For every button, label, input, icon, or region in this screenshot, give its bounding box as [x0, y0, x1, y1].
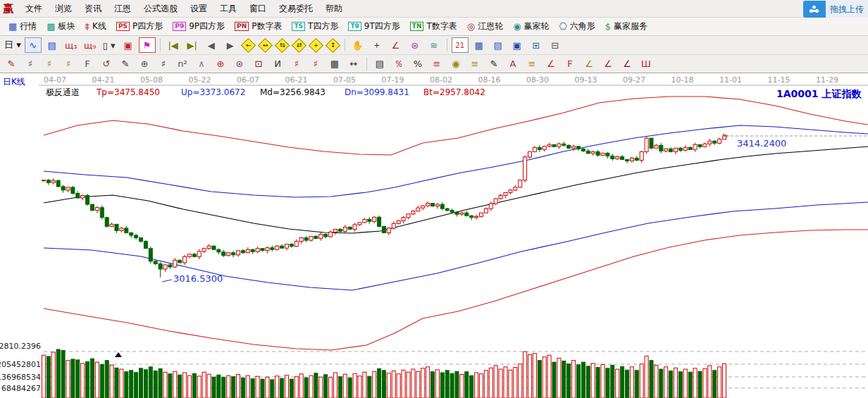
draw-gold-gann-tool[interactable]: ♯	[41, 56, 58, 72]
view-memo-icon[interactable]: ▤	[490, 37, 507, 53]
view-first-bar-button[interactable]: |◀	[165, 37, 182, 53]
draw-mirror-tool[interactable]: ∧	[193, 56, 210, 72]
draw-red-target-tool[interactable]: ⊕	[212, 56, 229, 72]
view-next-bar-button[interactable]: ▶	[222, 37, 239, 53]
menu-item-file[interactable]: 文件	[19, 1, 49, 15]
menu-item-settings[interactable]: 设置	[184, 1, 213, 15]
draw-grid-tool[interactable]: ♯	[155, 56, 172, 72]
draw-angle-f-tool[interactable]: F	[562, 56, 578, 72]
view-cross-diamond[interactable]: ＋	[309, 37, 323, 52]
module-sectors[interactable]: ▩板块	[42, 19, 79, 34]
volume-bar	[61, 351, 65, 398]
volume-bar	[217, 375, 221, 398]
draw-speed-angle-tool[interactable]: ∠	[600, 56, 616, 72]
candle-body	[557, 144, 561, 147]
view-chart9-icon[interactable]: щ₉	[82, 37, 99, 53]
low-price-pointer	[162, 280, 172, 282]
draw-wave-a-tool[interactable]: A	[504, 56, 521, 72]
view-angle-measure-tool[interactable]: ∠	[388, 37, 404, 53]
module-gann-wheel[interactable]: ◎江恩轮	[463, 19, 507, 34]
module-9p-square[interactable]: P99P四方形	[168, 19, 229, 34]
draw-pct-ruler-tool[interactable]: ▤	[371, 56, 388, 72]
module-kline[interactable]: ‡K线	[81, 19, 111, 34]
draw-gold3-tool[interactable]: ≡	[523, 56, 540, 72]
menu-item-help[interactable]: 帮助	[319, 1, 349, 15]
draw-f-gann-tool[interactable]: F	[79, 56, 96, 72]
draw-n2-tool[interactable]: n²	[174, 56, 191, 72]
draw-spiral-tool[interactable]: ↺	[98, 56, 115, 72]
draw-box-target-tool[interactable]: ⊡	[250, 56, 267, 72]
draw-pct-red-tool[interactable]: ％	[390, 56, 407, 72]
draw-gann-line-tool[interactable]: ♯	[22, 56, 39, 72]
view-save-icon[interactable]: ▣	[509, 37, 526, 53]
menu-item-gann[interactable]: 江恩	[108, 1, 137, 15]
draw-dot-target-tool[interactable]: ⊛	[231, 56, 248, 72]
menu-item-window[interactable]: 窗口	[243, 1, 273, 15]
draw-gold-angle-tool[interactable]: ∠	[581, 56, 597, 72]
x-axis-date: 07-05	[333, 75, 356, 85]
view-quote-list-icon[interactable]: ▤	[44, 37, 61, 53]
netdisk-icon[interactable]	[803, 1, 826, 18]
view-zoom-h-diamond[interactable]: ↔	[258, 37, 273, 52]
view-expand-diamond[interactable]: ⇆	[275, 37, 290, 52]
view-calculator-icon[interactable]: ▦	[471, 37, 488, 53]
menu-item-browse[interactable]: 浏览	[49, 1, 78, 15]
module-p-square[interactable]: PSP四方形	[112, 19, 167, 34]
draw-gauge-tool[interactable]: ⊕	[136, 56, 153, 72]
draw-gold-lines-tool[interactable]: ≡	[466, 56, 483, 72]
draw-gold-circle-tool[interactable]: ◉	[447, 56, 464, 72]
module-hexagon[interactable]: ⎔六角形	[554, 19, 599, 34]
candle-body	[621, 156, 624, 159]
draw-god-grid-tool[interactable]: ♯	[288, 56, 305, 72]
view-calendar-icon[interactable]: 21	[452, 37, 469, 53]
view-smart-analysis-icon[interactable]: ≋	[426, 37, 442, 53]
menu-item-tools[interactable]: 工具	[213, 1, 243, 15]
menu-item-formula-stock-pick[interactable]: 公式选股	[137, 1, 184, 15]
draw-win-angle-tool[interactable]: ∠	[619, 56, 636, 72]
module-winner-service[interactable]: $赢家服务	[601, 19, 652, 34]
draw-w-pattern-tool[interactable]: Ш	[638, 56, 655, 72]
kline-chart-panel[interactable]: 日K线 1A0001 上证指数 04-0704-2105-0805-2206-0…	[0, 73, 868, 398]
draw-width-measure-tool[interactable]: ↔	[345, 56, 362, 72]
view-period-selector[interactable]: 日 ▾	[3, 37, 23, 53]
kline-chart-svg[interactable]: 04-0704-2105-0805-2206-0706-2107-0507-19…	[0, 73, 868, 398]
module-t-square[interactable]: TST四方形	[287, 19, 342, 34]
view-kline-compare-icon[interactable]: ▣	[120, 37, 137, 53]
module-t-number-table[interactable]: TNT数字表	[406, 19, 461, 34]
drag-upload-widget[interactable]: 拖拽上传	[803, 1, 868, 18]
gann-wheel-label: 江恩轮	[478, 20, 503, 32]
view-chart3-icon[interactable]: щ₃	[63, 37, 80, 53]
view-data-manager-icon[interactable]: ⊟	[547, 37, 564, 53]
view-cycle-tool[interactable]: ⊛	[407, 37, 423, 53]
draw-win-grid-tool[interactable]: ♯	[307, 56, 324, 72]
view-color-volume-icon[interactable]: ⚑	[139, 37, 156, 53]
view-prev-bar-button[interactable]: ◀	[203, 37, 220, 53]
view-hand-tool[interactable]: ✋	[349, 37, 366, 53]
draw-wave-mark-tool[interactable]: И	[269, 56, 286, 72]
view-vexpand-diamond[interactable]: ↕	[326, 37, 340, 52]
menu-item-news[interactable]: 资讯	[78, 1, 108, 15]
candle-body	[411, 211, 415, 214]
draw-angle-j-tool[interactable]: ∠	[542, 56, 559, 72]
candle-body	[348, 227, 352, 229]
module-winner-wheel[interactable]: ◉赢家轮	[509, 19, 553, 34]
module-quotes[interactable]: ▦行情	[4, 19, 41, 34]
view-candle-style-selector[interactable]: ▯ ▾	[101, 37, 118, 53]
view-export-icon[interactable]: ⊞	[528, 37, 545, 53]
module-p-number-table[interactable]: PNP数字表	[230, 19, 286, 34]
view-zoom-left-diamond[interactable]: ←	[241, 37, 256, 52]
draw-pencil2-tool[interactable]: ✎	[117, 56, 134, 72]
draw-brush-tool[interactable]: ✎	[485, 56, 502, 72]
view-crosshair-tool[interactable]: ＋	[368, 37, 385, 53]
view-last-bar-button[interactable]: ▶|	[184, 37, 201, 53]
menu-item-trade-entrust[interactable]: 交易委托	[273, 1, 319, 15]
draw-gold-gann2-tool[interactable]: ♯	[60, 56, 77, 72]
draw-pencil-tool[interactable]: ✎	[3, 56, 20, 72]
candle-body	[183, 256, 187, 263]
view-multi-curve-icon[interactable]: ∿	[25, 37, 42, 53]
draw-grid123-tool[interactable]: ▦	[326, 56, 343, 72]
draw-percent-tool[interactable]: %	[409, 56, 426, 72]
view-shrink-diamond[interactable]: ⇄	[292, 37, 306, 52]
draw-pct-lines-tool[interactable]: ≡	[428, 56, 445, 72]
module-9t-square[interactable]: T99T四方形	[344, 19, 404, 34]
